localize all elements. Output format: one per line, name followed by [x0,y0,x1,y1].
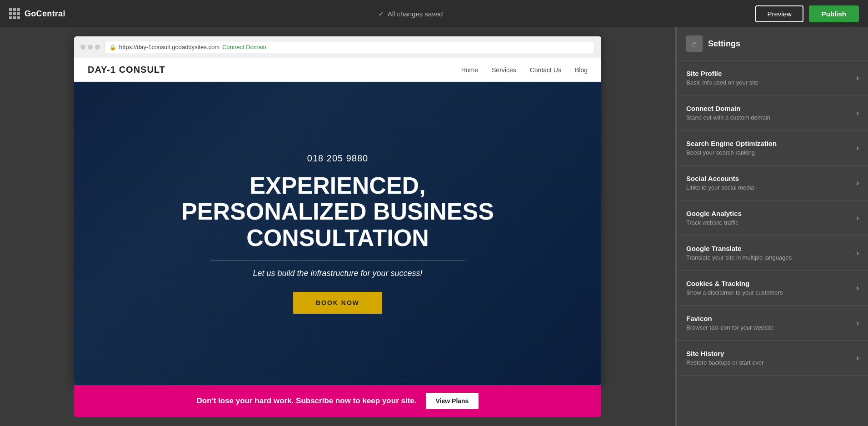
nav-home[interactable]: Home [461,66,478,74]
sidebar-item-4[interactable]: Google Analytics Track website traffic › [677,200,868,236]
connect-domain-link[interactable]: Connect Domain [222,44,266,50]
sidebar-item-0[interactable]: Site Profile Basic info used on your sit… [677,60,868,95]
sidebar-item-3[interactable]: Social Accounts Links to your social med… [677,165,868,200]
sidebar-item-label-2: Search Engine Optimization [686,140,777,147]
site-content: DAY-1 CONSULT Home Services Contact Us B… [74,58,601,385]
sidebar-item-desc-8: Restore backups or start over [686,359,764,366]
sidebar-item-1[interactable]: Connect Domain Stand out with a custom d… [677,95,868,130]
publish-button[interactable]: Publish [809,5,859,22]
chevron-right-icon-7: › [856,318,859,328]
sidebar-title: Settings [708,39,740,49]
nav-blog[interactable]: Blog [575,66,588,74]
banner-text: Don't lose your hard work. Subscribe now… [197,396,417,406]
site-hero: 018 205 9880 EXPERIENCED, PERSONALIZED B… [74,82,601,385]
sidebar-item-text-3: Social Accounts Links to your social med… [686,175,754,191]
browser-url-bar: 🔒 https://day-1consult.godaddysites.com … [105,41,595,53]
sidebar-item-desc-1: Stand out with a custom domain [686,114,770,121]
bottom-banner: Don't lose your hard work. Subscribe now… [74,385,601,417]
sidebar-item-text-8: Site History Restore backups or start ov… [686,350,764,366]
sidebar-item-6[interactable]: Cookies & Tracking Show a disclaimer to … [677,271,868,306]
chevron-right-icon-4: › [856,213,859,223]
chevron-right-icon-2: › [856,143,859,153]
browser-dots [80,45,100,50]
sidebar-item-label-0: Site Profile [686,70,758,77]
chevron-right-icon-8: › [856,353,859,363]
chevron-right-icon-1: › [856,108,859,118]
site-nav-links: Home Services Contact Us Blog [461,66,588,74]
sidebar-items-container: Site Profile Basic info used on your sit… [677,60,868,376]
sidebar-item-8[interactable]: Site History Restore backups or start ov… [677,341,868,376]
hero-content: 018 205 9880 EXPERIENCED, PERSONALIZED B… [179,153,497,314]
browser-dot-2 [88,45,93,50]
sidebar-header: ⌂ Settings [677,27,868,60]
home-icon: ⌂ [686,35,703,52]
preview-area: 🔒 https://day-1consult.godaddysites.com … [0,27,675,426]
check-icon: ✓ [378,10,384,18]
nav-contact[interactable]: Contact Us [530,66,561,74]
sidebar-item-label-7: Favicon [686,315,773,322]
sidebar-item-desc-6: Show a disclaimer to your customers [686,289,783,296]
url-text: https://day-1consult.godaddysites.com [119,44,219,50]
hero-phone: 018 205 9880 [179,153,497,164]
browser-dot-3 [95,45,100,50]
sidebar-item-text-4: Google Analytics Track website traffic [686,210,742,226]
sidebar-item-2[interactable]: Search Engine Optimization Boost your se… [677,130,868,165]
right-sidebar: ⌂ Settings Site Profile Basic info used … [677,27,868,426]
sidebar-item-desc-0: Basic info used on your site [686,79,758,86]
sidebar-item-label-6: Cookies & Tracking [686,280,783,287]
sidebar-item-label-8: Site History [686,350,764,357]
book-now-button[interactable]: BOOK NOW [293,292,382,314]
topbar-left: GoCentral [9,8,65,19]
browser-dot-1 [80,45,85,50]
hero-divider [210,260,465,261]
browser-frame: 🔒 https://day-1consult.godaddysites.com … [74,36,601,385]
sidebar-item-desc-4: Track website traffic [686,219,742,226]
sidebar-item-label-1: Connect Domain [686,105,770,112]
sidebar-item-desc-3: Links to your social media [686,184,754,191]
hero-title: EXPERIENCED, PERSONALIZED BUSINESS CONSU… [179,173,497,251]
grid-icon[interactable] [9,8,20,19]
view-plans-button[interactable]: View Plans [426,393,479,409]
sidebar-item-desc-2: Boost your search ranking [686,149,777,156]
sidebar-item-text-5: Google Translate Translate your site in … [686,245,792,261]
sidebar-item-text-6: Cookies & Tracking Show a disclaimer to … [686,280,783,296]
site-nav: DAY-1 CONSULT Home Services Contact Us B… [74,58,601,82]
chevron-right-icon-6: › [856,283,859,293]
sidebar-item-desc-7: Browser tab icon for your website [686,324,773,331]
nav-services[interactable]: Services [492,66,516,74]
topbar-actions: Preview Publish [755,5,859,22]
sidebar-item-text-7: Favicon Browser tab icon for your websit… [686,315,773,331]
sidebar-item-text-2: Search Engine Optimization Boost your se… [686,140,777,156]
chevron-right-icon-5: › [856,248,859,258]
save-status: ✓ All changes saved [378,10,443,18]
save-status-text: All changes saved [388,10,443,18]
sidebar-item-5[interactable]: Google Translate Translate your site in … [677,236,868,271]
chevron-right-icon-3: › [856,178,859,188]
lock-icon: 🔒 [110,44,116,50]
sidebar-item-label-3: Social Accounts [686,175,754,182]
hero-subtitle: Let us build the infrastructure for your… [179,269,497,278]
main-content: 🔒 https://day-1consult.godaddysites.com … [0,27,868,426]
sidebar-item-7[interactable]: Favicon Browser tab icon for your websit… [677,306,868,341]
browser-bar: 🔒 https://day-1consult.godaddysites.com … [74,36,601,58]
sidebar-item-text-0: Site Profile Basic info used on your sit… [686,70,758,86]
chevron-right-icon-0: › [856,73,859,83]
brand-name: GoCentral [25,9,65,19]
topbar: GoCentral ✓ All changes saved Preview Pu… [0,0,868,27]
sidebar-item-desc-5: Translate your site in multiple language… [686,254,792,261]
sidebar-item-label-5: Google Translate [686,245,792,252]
sidebar-item-label-4: Google Analytics [686,210,742,217]
sidebar-item-text-1: Connect Domain Stand out with a custom d… [686,105,770,121]
site-logo: DAY-1 CONSULT [88,65,165,75]
preview-button[interactable]: Preview [755,5,803,22]
